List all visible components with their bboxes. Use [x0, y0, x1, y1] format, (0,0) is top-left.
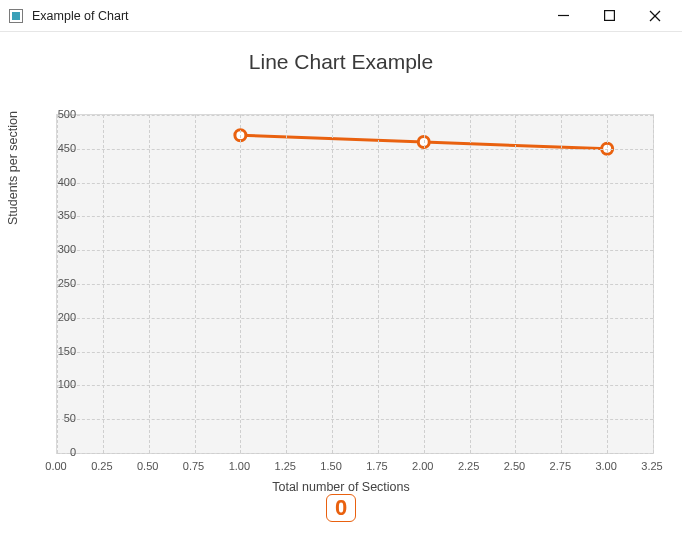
x-tick-label: 2.00 [412, 460, 433, 472]
minimize-button[interactable] [540, 0, 586, 32]
x-tick-label: 1.00 [229, 460, 250, 472]
app-icon [8, 8, 24, 24]
x-axis-label: Total number of Sections [0, 480, 682, 494]
grid-horizontal [57, 115, 653, 116]
x-tick-label: 0.00 [45, 460, 66, 472]
y-tick-label: 200 [46, 311, 76, 323]
chart-container: Line Chart Example Students per section … [0, 32, 682, 492]
value-chip[interactable]: 0 [326, 494, 356, 522]
titlebar: Example of Chart [0, 0, 682, 32]
window-title: Example of Chart [32, 9, 129, 23]
y-tick-label: 400 [46, 176, 76, 188]
y-tick-label: 250 [46, 277, 76, 289]
x-tick-label: 0.25 [91, 460, 112, 472]
x-tick-label: 1.75 [366, 460, 387, 472]
x-tick-label: 3.00 [595, 460, 616, 472]
chart-title: Line Chart Example [0, 32, 682, 74]
x-tick-label: 0.50 [137, 460, 158, 472]
x-tick-label: 0.75 [183, 460, 204, 472]
grid-horizontal [57, 216, 653, 217]
y-tick-label: 450 [46, 142, 76, 154]
x-tick-label: 3.25 [641, 460, 662, 472]
x-tick-label: 2.25 [458, 460, 479, 472]
close-button[interactable] [632, 0, 678, 32]
plot-area [56, 114, 654, 454]
grid-horizontal [57, 284, 653, 285]
x-tick-label: 1.50 [320, 460, 341, 472]
y-tick-label: 0 [46, 446, 76, 458]
grid-vertical [653, 115, 654, 453]
y-tick-label: 350 [46, 209, 76, 221]
y-tick-label: 100 [46, 378, 76, 390]
svg-rect-1 [12, 12, 20, 20]
x-tick-label: 2.75 [550, 460, 571, 472]
grid-horizontal [57, 352, 653, 353]
grid-horizontal [57, 183, 653, 184]
x-tick-label: 1.25 [275, 460, 296, 472]
svg-rect-3 [604, 11, 614, 21]
grid-horizontal [57, 385, 653, 386]
grid-horizontal [57, 453, 653, 454]
x-tick-label: 2.50 [504, 460, 525, 472]
grid-horizontal [57, 318, 653, 319]
y-tick-label: 500 [46, 108, 76, 120]
grid-horizontal [57, 149, 653, 150]
y-tick-label: 300 [46, 243, 76, 255]
grid-horizontal [57, 250, 653, 251]
y-tick-label: 150 [46, 345, 76, 357]
y-tick-label: 50 [46, 412, 76, 424]
footer-area: 0 [0, 494, 682, 522]
grid-horizontal [57, 419, 653, 420]
y-axis-label: Students per section [6, 111, 20, 225]
maximize-button[interactable] [586, 0, 632, 32]
